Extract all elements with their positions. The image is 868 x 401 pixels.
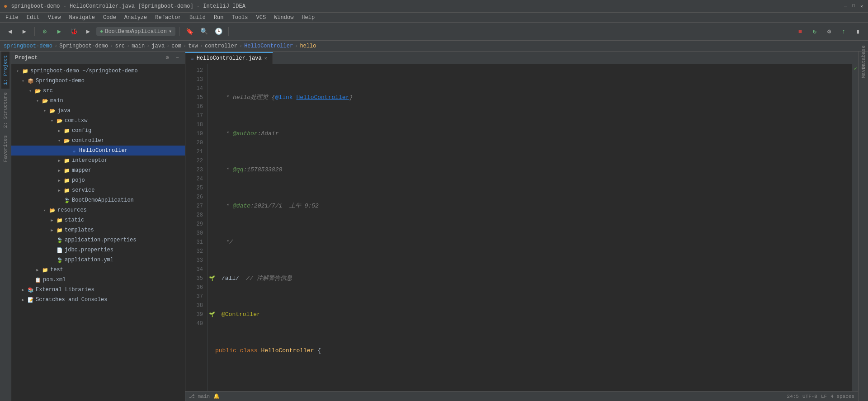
vtab-project[interactable]: 1: Project xyxy=(1,52,9,89)
close-button[interactable]: ✕ xyxy=(859,4,864,9)
breadcrumb-item-10[interactable]: hello xyxy=(300,43,316,49)
menu-tools[interactable]: Tools xyxy=(228,14,252,22)
tree-item-src[interactable]: ▾ 📂 src xyxy=(11,86,185,96)
tree-item-java[interactable]: ▾ 📂 java xyxy=(11,106,185,116)
code-line-14: * @qq:1578533828 xyxy=(208,165,858,175)
right-tab-maven[interactable]: Maven xyxy=(859,67,868,75)
coverage-button[interactable]: ▶ xyxy=(82,25,94,38)
vtab-structure[interactable]: 2: Structure xyxy=(1,89,9,132)
tree-item-pomxml[interactable]: 📋 pom.xml xyxy=(11,275,185,285)
window-controls[interactable]: — □ ✕ xyxy=(843,4,864,9)
tree-item-service[interactable]: ▶ 📁 service xyxy=(11,185,185,195)
right-tab-database[interactable]: Database xyxy=(859,53,868,61)
minimize-button[interactable]: — xyxy=(843,4,848,9)
tree-item-jdbc-properties[interactable]: 📄 jdbc.properties xyxy=(11,245,185,255)
menu-navigate[interactable]: Navigate xyxy=(65,14,99,22)
tree-item-label: java xyxy=(57,108,71,114)
terminal-button[interactable]: ▮ xyxy=(852,25,864,38)
menu-run[interactable]: Run xyxy=(210,14,227,22)
settings-button[interactable]: ⚙ xyxy=(823,25,835,38)
tree-item-main[interactable]: ▾ 📂 main xyxy=(11,96,185,106)
tree-item-config[interactable]: ▶ 📁 config xyxy=(11,126,185,136)
tree-item-interceptor[interactable]: ▶ 📁 interceptor xyxy=(11,156,185,165)
tree-item-module[interactable]: ▾ 📦 Springboot-demo xyxy=(11,76,185,86)
build-button[interactable]: ⚙ xyxy=(38,25,51,38)
tree-item-static[interactable]: ▶ 📁 static xyxy=(11,215,185,225)
stop-button[interactable]: ■ xyxy=(794,25,807,38)
menu-analyze[interactable]: Analyze xyxy=(121,14,151,22)
menu-code[interactable]: Code xyxy=(99,14,120,22)
panel-gear-button[interactable]: ⚙ xyxy=(163,54,171,62)
tree-item-label: HelloController xyxy=(79,147,128,154)
menu-vcs[interactable]: VCS xyxy=(253,14,270,22)
tree-item-label: mapper xyxy=(72,167,91,174)
breadcrumb-item-9[interactable]: HelloController xyxy=(244,43,293,49)
status-line-col[interactable]: 24:5 xyxy=(787,394,799,399)
run-config-selector[interactable]: ● BootDemoApplication ▾ xyxy=(96,27,175,36)
breadcrumb-item-8[interactable]: controller xyxy=(205,43,237,49)
tree-item-hellocontroller[interactable]: ☕ HelloController xyxy=(11,146,185,156)
breadcrumb-item-5[interactable]: java xyxy=(151,43,165,49)
tree-item-app-properties[interactable]: 🍃 application.properties xyxy=(11,235,185,245)
menu-file[interactable]: File xyxy=(2,14,22,22)
code-editor[interactable]: 12 13 14 15 16 17 18 19 20 21 22 23 24 2… xyxy=(185,64,858,401)
find-button[interactable]: 🔍 xyxy=(198,25,210,38)
expand-icon: ▾ xyxy=(35,98,40,104)
status-encoding[interactable]: UTF-8 xyxy=(802,394,817,399)
folder-icon: 📁 xyxy=(64,167,70,174)
code-content[interactable]: * hello处理类 {@link HelloController} * @au… xyxy=(208,64,858,401)
menu-refactor[interactable]: Refactor xyxy=(151,14,185,22)
tree-item-scratches[interactable]: ▶ 📝 Scratches and Consoles xyxy=(11,295,185,305)
update-button[interactable]: ↻ xyxy=(808,25,821,38)
maximize-button[interactable]: □ xyxy=(851,4,856,9)
menu-view[interactable]: View xyxy=(44,14,65,22)
recent-button[interactable]: 🕒 xyxy=(212,25,225,38)
tab-close-button[interactable]: ✕ xyxy=(264,56,267,61)
status-line-sep[interactable]: LF xyxy=(821,394,827,399)
tree-item-controller[interactable]: ▾ 📂 controller xyxy=(11,136,185,146)
tree-item-pojo[interactable]: ▶ 📁 pojo xyxy=(11,175,185,185)
debug-button[interactable]: 🐞 xyxy=(67,25,80,38)
status-messages[interactable]: 🔔 xyxy=(213,393,220,399)
menu-help[interactable]: Help xyxy=(298,14,318,22)
tab-file-icon: ☕ xyxy=(191,56,194,61)
back-button[interactable]: ◀ xyxy=(4,25,16,38)
tree-item-ext-libs[interactable]: ▶ 📚 External Libraries xyxy=(11,285,185,295)
tree-item-resources[interactable]: ▾ 📂 resources xyxy=(11,205,185,215)
menu-edit[interactable]: Edit xyxy=(23,14,43,22)
breadcrumb-item-7[interactable]: txw xyxy=(188,43,198,49)
vcs-update-button[interactable]: ↑ xyxy=(837,25,850,38)
status-git[interactable]: ⎇ main xyxy=(189,393,210,399)
expand-icon: ▶ xyxy=(35,267,40,273)
tree-item-label: main xyxy=(50,98,63,104)
forward-button[interactable]: ▶ xyxy=(18,25,31,38)
panel-actions: ⚙ − xyxy=(163,54,181,62)
tree-item-templates[interactable]: ▶ 📁 templates xyxy=(11,225,185,235)
expand-icon: ▶ xyxy=(20,297,26,302)
breadcrumb-item-6[interactable]: com xyxy=(171,43,181,49)
breadcrumb-sep-3: › xyxy=(127,43,130,49)
run-button[interactable]: ▶ xyxy=(53,25,66,38)
status-indent[interactable]: 4 spaces xyxy=(830,394,854,399)
breadcrumb-item-1[interactable]: springboot-demo xyxy=(4,43,52,49)
editor-tab-hellocontroller[interactable]: ☕ HelloController.java ✕ xyxy=(185,52,273,64)
ok-indicator: ✓ xyxy=(854,65,857,72)
menu-build[interactable]: Build xyxy=(186,14,209,22)
bookmark-button[interactable]: 🔖 xyxy=(183,25,196,38)
tree-item-test[interactable]: ▶ 📁 test xyxy=(11,265,185,275)
editor-area: ☕ HelloController.java ✕ 12 13 14 15 16 … xyxy=(185,52,858,401)
tree-item-root[interactable]: ▾ 📁 springboot-demo ~/springboot-demo xyxy=(11,66,185,76)
tree-item-bootdemoapplication[interactable]: 🍃 BootDemoApplication xyxy=(11,195,185,205)
tree-item-package[interactable]: ▾ 📂 com.txw xyxy=(11,116,185,126)
menu-window[interactable]: Window xyxy=(270,14,297,22)
tree-item-mapper[interactable]: ▶ 📁 mapper xyxy=(11,165,185,175)
breadcrumb-item-3[interactable]: src xyxy=(115,43,125,49)
vertical-tabs-panel: 1: Project 2: Structure Favorites xyxy=(0,52,11,401)
tree-item-app-yml[interactable]: 🍃 application.yml xyxy=(11,255,185,265)
tree-item-label: Springboot-demo xyxy=(36,78,85,84)
vtab-favorites[interactable]: Favorites xyxy=(1,132,9,165)
panel-collapse-button[interactable]: − xyxy=(173,54,181,62)
breadcrumb-item-2[interactable]: Springboot-demo xyxy=(59,43,108,49)
breadcrumb-item-4[interactable]: main xyxy=(132,43,145,49)
tree-item-label: service xyxy=(72,187,94,193)
